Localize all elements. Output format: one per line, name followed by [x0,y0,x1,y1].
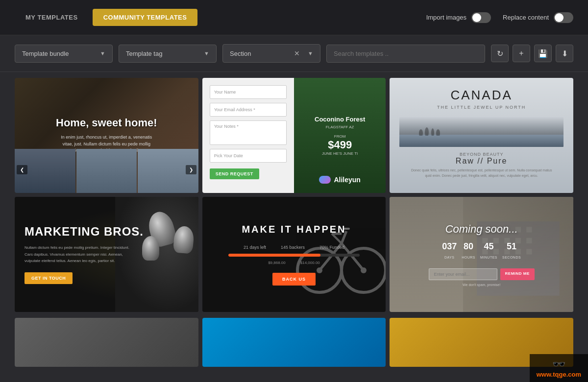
days-label: DAYS [444,256,455,259]
coming-soon-title: Coming soon... [445,223,518,236]
minutes-label: MINUTES [480,256,497,259]
progress-bar [228,254,360,257]
countdown-seconds: 51 SECONDS [502,241,521,261]
backers-count: 145 backers [281,245,305,250]
canada-subtitle: THE LITTLE JEWEL UP NORTH [437,105,526,110]
section-dropdown[interactable]: Section ✕ ▼ [222,44,320,63]
make-amounts: $9,868.00 $14,000.00 [268,261,320,265]
cloud-icon [319,176,331,184]
template-card-make-it-happen[interactable]: MAKE IT HAPPEN 21 days left 145 backers … [202,197,386,312]
tab-my-templates[interactable]: MY TEMPLATES [15,9,89,26]
chevron-down-icon: ▼ [100,50,105,56]
email-input[interactable] [429,268,497,280]
countdown-minutes: 45 MINUTES [480,241,497,261]
canada-description: Donec quak felis, ultrices nec, pellente… [408,167,555,178]
canada-landscape [399,117,564,147]
forest-price: $499 [328,139,352,151]
countdown: 037 DAYS 80 HOURS 45 MINUTES 51 SECONDS [442,241,521,261]
search-box [326,45,485,63]
canada-title: Canada [450,88,512,103]
bottom-card-blue[interactable] [202,318,386,367]
carousel-right-arrow[interactable]: ❯ [186,165,196,174]
svg-point-3 [436,129,440,136]
bottom-card-gray[interactable] [15,318,198,367]
alileyun-text: Alileyun [334,176,360,184]
refresh-button[interactable]: ↻ [491,45,509,62]
bulb-3 [142,236,159,261]
form-field-notes: Your Notes * [210,120,287,145]
people-silhouettes [416,121,445,136]
card-images-strip [15,149,198,193]
template-bundle-dropdown[interactable]: Template bundle ▼ [15,45,113,63]
download-icon: ⬇ [562,49,568,58]
marketing-title: MARKETING BROS. [24,225,189,239]
import-images-toggle[interactable] [471,12,491,23]
bottom-partial-row [0,318,588,367]
template-card-coming-soon[interactable]: Coming soon... 037 DAYS 80 HOURS 45 MINU… [390,197,573,312]
email-row: REMIND ME [429,268,535,280]
template-card-home[interactable]: Home, sweet home! In enim just, rhoncus … [15,78,198,193]
marketing-text: Nullam dictum felis eu pede mollig preti… [24,244,132,264]
tab-community-templates[interactable]: COMMUNITY TEMPLATES [93,9,198,26]
price-from-label: FROM [334,134,346,139]
forest-date: JUNE HE'S JUNE TI [322,151,358,156]
back-us-button[interactable]: BACK US [272,273,316,286]
hours-label: HOURS [462,256,475,259]
funded-percent: 70% Funded [319,245,344,250]
filter-bar: Template bundle ▼ Template tag ▼ Section… [0,35,588,72]
replace-content-control: Replace content [503,12,573,23]
bundle-label: Template bundle [22,50,69,57]
header-tabs: MY TEMPLATES COMMUNITY TEMPLATES [15,9,197,26]
replace-content-toggle[interactable] [554,12,573,23]
section-value: Section [230,50,251,57]
make-title: MAKE IT HAPPEN [242,224,346,235]
template-tag-dropdown[interactable]: Template tag ▼ [119,45,217,63]
chevron-down-icon-3: ▼ [308,50,313,56]
forest-section: Coconino Forest FLAGSTAFF AZ FROM $499 J… [294,78,386,193]
form-field-date: Pick Your Date [210,149,287,163]
days-left: 21 days left [244,245,266,250]
svg-point-2 [431,128,434,136]
form-field-name: Your Name [210,85,287,99]
search-input[interactable] [334,50,478,57]
toggle-knob-2 [555,13,564,22]
svg-point-0 [419,129,423,136]
form-section: Your Name Your Email Address * Your Note… [202,78,294,193]
countdown-days: 037 DAYS [442,241,457,261]
svg-point-1 [425,127,429,136]
template-card-canada[interactable]: Canada THE LITTLE JEWEL UP NORTH BEYOND … [390,78,573,193]
get-in-touch-button[interactable]: GET IN TOUCH [24,272,73,284]
remind-me-button[interactable]: REMIND ME [500,268,535,280]
filter-actions: ↻ + 💾 ⬇ [491,45,573,62]
watermark-url: www.tqge.com [537,371,581,378]
hours-number: 80 [462,241,475,252]
amount-raised: $9,868.00 [268,261,286,265]
raw-pure-title: Raw // Pure [399,157,564,166]
send-request-button[interactable]: SEND REQUEST [210,168,259,179]
import-images-label: Import images [426,14,466,21]
add-button[interactable]: + [513,45,530,62]
header-controls: Import images Replace content [426,12,573,23]
carousel-left-arrow[interactable]: ❮ [17,165,27,174]
canada-footer: BEYOND BEAUTY Raw // Pure Donec quak fel… [399,147,564,183]
progress-fill [228,254,320,257]
download-button[interactable]: ⬇ [556,45,573,62]
seconds-label: SECONDS [502,256,521,259]
alileyun-badge: Alileyun [294,176,386,186]
tag-label: Template tag [126,50,162,57]
clear-section-icon[interactable]: ✕ [294,49,300,57]
forest-subtitle: FLAGSTAFF AZ [326,125,354,129]
room-image-2 [76,149,137,193]
header: MY TEMPLATES COMMUNITY TEMPLATES Import … [0,0,588,35]
template-card-marketing[interactable]: MARKETING BROS. Nullam dictum felis eu p… [15,197,198,312]
plus-icon: + [519,49,523,58]
replace-content-label: Replace content [503,14,549,21]
canada-water [399,135,564,146]
chevron-down-icon-2: ▼ [204,50,209,56]
watermark: 🕶️ www.tqge.com [530,354,588,382]
refresh-icon: ↻ [497,49,503,58]
beyond-beauty-label: BEYOND BEAUTY [399,152,564,157]
template-card-form-forest[interactable]: Your Name Your Email Address * Your Note… [202,78,386,193]
save-icon: 💾 [538,49,548,58]
save-button[interactable]: 💾 [534,45,552,62]
